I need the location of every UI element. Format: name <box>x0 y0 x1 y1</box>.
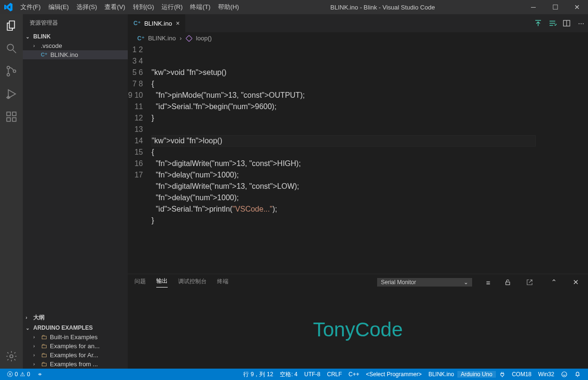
svg-point-9 <box>10 355 13 358</box>
close-icon[interactable]: × <box>176 19 180 27</box>
panel-body: TonyCode <box>128 290 588 369</box>
chevron-down-icon: ⌄ <box>464 279 468 286</box>
status-os[interactable]: Win32 <box>535 371 558 378</box>
sidebar: 资源管理器 ⌄BLINK ›.vscode C⁺BLINK.ino ›大纲 ⌄A… <box>23 14 128 369</box>
title-bar: 文件(F) 编辑(E) 选择(S) 查看(V) 转到(G) 运行(R) 终端(T… <box>0 0 588 14</box>
svg-point-0 <box>7 44 13 50</box>
arduino-upload-icon[interactable] <box>531 14 545 32</box>
svg-point-13 <box>562 372 567 377</box>
menu-terminal[interactable]: 终端(T) <box>186 3 214 11</box>
folder-icon: 🗀 <box>41 361 47 368</box>
bottom-panel: 问题 输出 调试控制台 终端 Serial Monitor⌄ ≡ ⌃ ✕ Ton… <box>128 274 588 369</box>
status-encoding[interactable]: UTF-8 <box>301 371 323 378</box>
watermark-text: TonyCode <box>313 318 403 341</box>
tree-folder-vscode[interactable]: ›.vscode <box>23 41 128 50</box>
cpp-icon: C⁺ <box>41 52 47 58</box>
activity-bar <box>0 14 23 369</box>
menu-run[interactable]: 运行(R) <box>158 3 186 11</box>
menu-help[interactable]: 帮助(H) <box>214 3 243 11</box>
output-channel-select[interactable]: Serial Monitor⌄ <box>377 278 472 287</box>
outline-section-header[interactable]: ›大纲 <box>23 312 128 323</box>
minimap[interactable] <box>541 44 588 274</box>
status-programmer[interactable]: <Select Programmer> <box>363 371 425 378</box>
folder-icon: 🗀 <box>41 352 47 359</box>
panel-tabs: 问题 输出 调试控制台 终端 Serial Monitor⌄ ≡ ⌃ ✕ <box>128 274 588 290</box>
code-editor[interactable]: 1 2 3 4 5 6 7 8 9 10 11 12 13 14 15 16 1… <box>128 44 588 274</box>
panel-tab-terminal[interactable]: 终端 <box>217 278 228 287</box>
status-indent[interactable]: 空格: 4 <box>276 371 301 379</box>
vscode-logo-icon <box>0 3 17 11</box>
more-actions-icon[interactable]: ⋯ <box>574 14 588 32</box>
cpp-icon: C⁺ <box>137 35 144 42</box>
window-minimize-button[interactable]: ─ <box>522 0 544 14</box>
status-board[interactable]: Arduino Uno <box>457 371 496 378</box>
explorer-icon[interactable] <box>5 19 18 32</box>
folder-icon: 🗀 <box>41 334 47 341</box>
tab-bar: C⁺ BLINK.ino × ⋯ <box>128 14 588 32</box>
open-log-icon[interactable] <box>526 279 538 286</box>
status-feedback-icon[interactable] <box>558 371 571 378</box>
source-control-icon[interactable] <box>5 65 18 78</box>
menu-select[interactable]: 选择(S) <box>73 3 101 11</box>
symbol-icon <box>186 35 192 42</box>
status-plug-icon[interactable] <box>496 371 509 378</box>
status-sketch[interactable]: BLINK.ino <box>425 371 457 378</box>
svg-rect-7 <box>12 118 16 121</box>
svg-rect-6 <box>7 118 10 121</box>
status-ports-icon[interactable] <box>33 371 47 378</box>
menu-file[interactable]: 文件(F) <box>17 3 45 11</box>
svg-rect-12 <box>506 282 510 285</box>
arduino-verify-icon[interactable] <box>545 14 560 32</box>
status-language[interactable]: C++ <box>345 371 363 378</box>
split-editor-icon[interactable] <box>560 14 574 32</box>
sidebar-header: 资源管理器 <box>23 14 128 32</box>
chevron-up-icon[interactable]: ⌃ <box>548 278 560 287</box>
code-content[interactable]: "kw">void "fn">setup() { "fn">pinMode("n… <box>152 44 588 274</box>
tab-label: BLINK.ino <box>144 20 172 27</box>
menu-bar: 文件(F) 编辑(E) 选择(S) 查看(V) 转到(G) 运行(R) 终端(T… <box>17 3 243 11</box>
example-builtin[interactable]: ›🗀Built-in Examples <box>23 333 128 342</box>
panel-tab-output[interactable]: 输出 <box>156 277 168 287</box>
panel-tab-problems[interactable]: 问题 <box>134 278 146 287</box>
menu-edit[interactable]: 编辑(E) <box>45 3 73 11</box>
run-debug-icon[interactable] <box>5 87 18 101</box>
warning-icon: ⚠ <box>20 371 25 378</box>
error-icon: ⓧ <box>7 371 13 379</box>
arduino-examples-header[interactable]: ⌄ARDUINO EXAMPLES <box>23 323 128 333</box>
folder-icon: 🗀 <box>41 343 47 350</box>
example-any[interactable]: ›🗀Examples for an... <box>23 342 128 351</box>
line-number-gutter: 1 2 3 4 5 6 7 8 9 10 11 12 13 14 15 16 1… <box>128 44 152 274</box>
lock-scroll-icon[interactable] <box>504 279 516 286</box>
svg-rect-11 <box>186 35 192 41</box>
settings-gear-icon[interactable] <box>5 350 18 363</box>
clear-output-icon[interactable]: ≡ <box>483 278 494 287</box>
editor-area: C⁺ BLINK.ino × ⋯ C⁺ BLINK.ino › loop() 1… <box>128 14 588 369</box>
status-cursor-position[interactable]: 行 9，列 12 <box>240 371 276 379</box>
search-icon[interactable] <box>5 42 18 55</box>
svg-point-3 <box>13 70 16 72</box>
tab-blink[interactable]: C⁺ BLINK.ino × <box>128 14 186 32</box>
close-panel-icon[interactable]: ✕ <box>570 278 581 287</box>
panel-tab-debug[interactable]: 调试控制台 <box>178 278 207 287</box>
extensions-icon[interactable] <box>5 110 18 123</box>
svg-point-1 <box>7 66 9 69</box>
example-arduino[interactable]: ›🗀Examples for Ar... <box>23 351 128 360</box>
project-section-header[interactable]: ⌄BLINK <box>23 32 128 41</box>
status-bar: ⓧ0⚠0 行 9，列 12 空格: 4 UTF-8 CRLF C++ <Sele… <box>0 369 588 380</box>
status-port[interactable]: COM18 <box>509 371 535 378</box>
window-title: BLINK.ino - Blink - Visual Studio Code <box>243 4 522 11</box>
status-errors[interactable]: ⓧ0⚠0 <box>4 371 33 379</box>
svg-point-2 <box>7 74 9 76</box>
window-close-button[interactable]: ✕ <box>566 0 588 14</box>
status-bell-icon[interactable] <box>571 371 584 378</box>
menu-goto[interactable]: 转到(G) <box>129 3 158 11</box>
svg-rect-5 <box>7 112 10 116</box>
status-eol[interactable]: CRLF <box>323 371 345 378</box>
breadcrumb[interactable]: C⁺ BLINK.ino › loop() <box>128 32 588 44</box>
svg-rect-8 <box>12 112 16 116</box>
menu-view[interactable]: 查看(V) <box>101 3 129 11</box>
window-maximize-button[interactable]: ☐ <box>544 0 566 14</box>
cpp-icon: C⁺ <box>133 20 141 27</box>
example-from[interactable]: ›🗀Examples from ... <box>23 360 128 369</box>
tree-file-blink[interactable]: C⁺BLINK.ino <box>23 50 128 59</box>
